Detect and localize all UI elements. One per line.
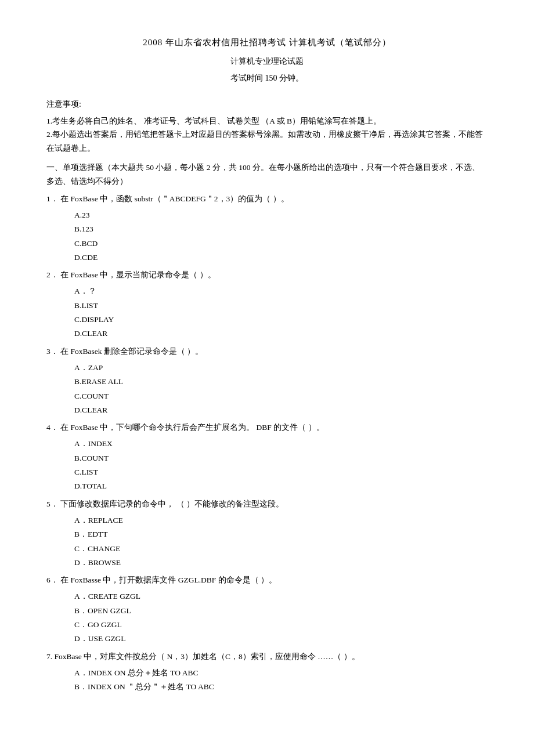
q3-num: 3． xyxy=(46,347,59,356)
q3-opt-a: A．ZAP xyxy=(74,361,488,375)
q4-opt-d: D.TOTAL xyxy=(74,479,488,493)
q2-body: 在 FoxBase 中，显示当前记录命令是（ ）。 xyxy=(60,270,215,279)
notice-item-2: 2.每小题选出答案后，用铅笔把答题卡上对应题目的答案标号涂黑。如需改动，用橡皮擦… xyxy=(46,128,488,155)
question-block-4: 4． 在 FoxBase 中，下句哪个命令执行后会产生扩展名为。 DBF 的文件… xyxy=(46,421,488,493)
q6-body: 在 FoxBasse 中，打开数据库文件 GZGL.DBF 的命令是（ ）。 xyxy=(60,576,277,584)
q5-opt-d: D．BROWSE xyxy=(74,556,488,570)
q2-opt-a: A．？ xyxy=(74,284,488,298)
title-time: 考试时间 150 分钟。 xyxy=(46,71,488,85)
q6-opt-c: C．GO GZGL xyxy=(74,618,488,632)
q1-opt-d: D.CDE xyxy=(74,251,488,265)
q7-opt-a: A．INDEX ON 总分＋姓名 TO ABC xyxy=(74,666,488,680)
question-block-5: 5． 下面修改数据库记录的命令中， （ ）不能修改的备注型这段。 A．REPLA… xyxy=(46,497,488,570)
q7-body: FoxBase 中，对库文件按总分（ N，3）加姓名（C，8）索引，应使用命令 … xyxy=(55,652,360,661)
q4-opt-c: C.LIST xyxy=(74,465,488,479)
q5-opt-b: B．EDTT xyxy=(74,527,488,541)
question-2-text: 2． 在 FoxBase 中，显示当前记录命令是（ ）。 xyxy=(46,268,488,282)
q3-opt-c: C.COUNT xyxy=(74,389,488,403)
q6-opt-d: D．USE GZGL xyxy=(74,632,488,646)
q6-opt-b: B．OPEN GZGL xyxy=(74,604,488,618)
q7-num: 7. xyxy=(46,652,52,661)
notice-section: 注意事项: 1.考生务必将自己的姓名、 准考证号、考试科目、 试卷关型 （A 或… xyxy=(46,97,488,155)
q2-num: 2． xyxy=(46,270,59,279)
section1-title: 一、单项选择题（本大题共 50 小题，每小题 2 分，共 100 分。在每小题所… xyxy=(46,161,488,188)
q5-num: 5． xyxy=(46,500,59,508)
q2-opt-c: C.DISPLAY xyxy=(74,313,488,327)
q6-num: 6． xyxy=(46,576,59,584)
questions-list: 1． 在 FoxBase 中，函数 substr（＂ABCDEFG＂2，3）的值… xyxy=(46,192,488,694)
question-block-1: 1． 在 FoxBase 中，函数 substr（＂ABCDEFG＂2，3）的值… xyxy=(46,192,488,265)
question-4-text: 4． 在 FoxBase 中，下句哪个命令执行后会产生扩展名为。 DBF 的文件… xyxy=(46,421,488,435)
q4-body: 在 FoxBase 中，下句哪个命令执行后会产生扩展名为。 DBF 的文件（ ）… xyxy=(60,423,324,432)
q7-opt-b: B．INDEX ON ＂总分＂＋姓名 TO ABC xyxy=(74,680,488,694)
q4-opt-a: A．INDEX xyxy=(74,437,488,451)
q4-opt-b: B.COUNT xyxy=(74,451,488,465)
q2-opt-d: D.CLEAR xyxy=(74,327,488,341)
question-1-text: 1． 在 FoxBase 中，函数 substr（＂ABCDEFG＂2，3）的值… xyxy=(46,192,488,206)
question-5-text: 5． 下面修改数据库记录的命令中， （ ）不能修改的备注型这段。 xyxy=(46,497,488,511)
question-block-7: 7. FoxBase 中，对库文件按总分（ N，3）加姓名（C，8）索引，应使用… xyxy=(46,650,488,694)
question-6-text: 6． 在 FoxBasse 中，打开数据库文件 GZGL.DBF 的命令是（ ）… xyxy=(46,573,488,587)
q1-num: 1． xyxy=(46,194,59,203)
title-main: 2008 年山东省农村信用社招聘考试 计算机考试（笔试部分） xyxy=(46,35,488,50)
q1-opt-b: B.123 xyxy=(74,222,488,236)
question-block-2: 2． 在 FoxBase 中，显示当前记录命令是（ ）。 A．？ B.LIST … xyxy=(46,268,488,341)
question-3-text: 3． 在 FoxBasek 删除全部记录命令是（ ）。 xyxy=(46,345,488,359)
q1-opt-a: A.23 xyxy=(74,208,488,222)
question-block-3: 3． 在 FoxBasek 删除全部记录命令是（ ）。 A．ZAP B.ERAS… xyxy=(46,345,488,417)
q3-opt-d: D.CLEAR xyxy=(74,403,488,417)
question-block-6: 6． 在 FoxBasse 中，打开数据库文件 GZGL.DBF 的命令是（ ）… xyxy=(46,573,488,646)
q1-body: 在 FoxBase 中，函数 substr（＂ABCDEFG＂2，3）的值为（ … xyxy=(60,194,289,203)
notice-label: 注意事项: xyxy=(46,97,488,111)
q5-body: 下面修改数据库记录的命令中， （ ）不能修改的备注型这段。 xyxy=(60,500,284,508)
q2-opt-b: B.LIST xyxy=(74,299,488,313)
q3-body: 在 FoxBasek 删除全部记录命令是（ ）。 xyxy=(60,347,203,356)
notice-item-1: 1.考生务必将自己的姓名、 准考证号、考试科目、 试卷关型 （A 或 B）用铅笔… xyxy=(46,114,488,128)
title-section: 2008 年山东省农村信用社招聘考试 计算机考试（笔试部分） 计算机专业理论试题… xyxy=(46,35,488,85)
q6-opt-a: A．CREATE GZGL xyxy=(74,589,488,603)
q1-opt-c: C.BCD xyxy=(74,237,488,251)
q4-num: 4． xyxy=(46,423,59,432)
title-sub: 计算机专业理论试题 xyxy=(46,54,488,68)
q5-opt-c: C．CHANGE xyxy=(74,542,488,556)
q3-opt-b: B.ERASE ALL xyxy=(74,375,488,389)
q5-opt-a: A．REPLACE xyxy=(74,513,488,527)
question-7-text: 7. FoxBase 中，对库文件按总分（ N，3）加姓名（C，8）索引，应使用… xyxy=(46,650,488,664)
